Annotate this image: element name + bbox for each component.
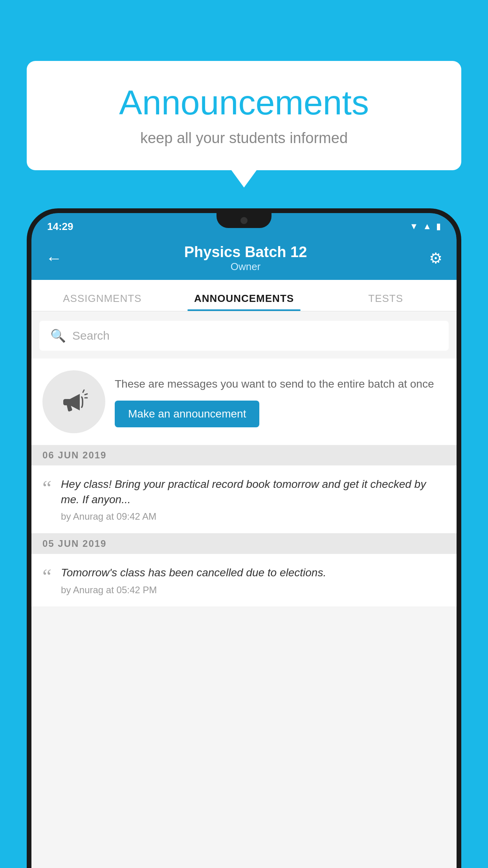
speech-bubble-container: Announcements keep all your students inf… <box>27 61 461 170</box>
header-title: Physics Batch 12 <box>184 244 307 261</box>
tab-announcements[interactable]: ANNOUNCEMENTS <box>173 292 315 311</box>
phone-frame: 14:29 ▼ ▲ ▮ ← Physics Batch 12 Owner ⚙ A… <box>27 208 461 868</box>
quote-icon-2: “ <box>42 566 51 587</box>
announce-meta-2: by Anurag at 05:42 PM <box>61 585 446 596</box>
tab-assignments[interactable]: ASSIGNMENTS <box>31 292 173 311</box>
megaphone-icon <box>58 386 90 417</box>
tab-tests[interactable]: TESTS <box>315 292 457 311</box>
phone-screen: 14:29 ▼ ▲ ▮ ← Physics Batch 12 Owner ⚙ A… <box>31 213 457 868</box>
notch <box>216 213 272 228</box>
header-subtitle: Owner <box>184 261 307 273</box>
search-bar[interactable]: 🔍 Search <box>39 321 449 351</box>
header-center: Physics Batch 12 Owner <box>184 244 307 273</box>
svg-line-1 <box>85 394 87 395</box>
announce-content-2: Tomorrow's class has been cancelled due … <box>61 565 446 595</box>
announcement-item-2[interactable]: “ Tomorrow's class has been cancelled du… <box>31 554 457 607</box>
date-separator-1: 06 JUN 2019 <box>31 445 457 465</box>
announce-text-2: Tomorrow's class has been cancelled due … <box>61 565 446 580</box>
make-announcement-button[interactable]: Make an announcement <box>115 401 259 427</box>
announce-content-1: Hey class! Bring your practical record b… <box>61 476 446 522</box>
announce-description: These are messages you want to send to t… <box>115 376 446 392</box>
announcement-item-1[interactable]: “ Hey class! Bring your practical record… <box>31 465 457 533</box>
app-header: ← Physics Batch 12 Owner ⚙ <box>31 237 457 280</box>
status-time: 14:29 <box>47 221 73 233</box>
back-button[interactable]: ← <box>46 249 62 268</box>
announce-meta-1: by Anurag at 09:42 AM <box>61 511 446 522</box>
phone-inner: 14:29 ▼ ▲ ▮ ← Physics Batch 12 Owner ⚙ A… <box>31 213 457 868</box>
announce-icon-circle <box>42 370 105 433</box>
signal-icon: ▲ <box>423 221 431 232</box>
bubble-subtitle: keep all your students informed <box>50 130 438 147</box>
status-icons: ▼ ▲ ▮ <box>409 221 441 232</box>
tabs-container: ASSIGNMENTS ANNOUNCEMENTS TESTS <box>31 280 457 311</box>
screen-body: 🔍 Search These <box>31 311 457 868</box>
announce-right: These are messages you want to send to t… <box>115 376 446 427</box>
quote-icon-1: “ <box>42 478 51 498</box>
search-icon: 🔍 <box>50 328 66 343</box>
announce-text-1: Hey class! Bring your practical record b… <box>61 476 446 507</box>
camera-dot <box>240 217 248 224</box>
announce-promo: These are messages you want to send to t… <box>31 359 457 445</box>
battery-icon: ▮ <box>436 221 441 232</box>
date-separator-2: 05 JUN 2019 <box>31 533 457 554</box>
bubble-title: Announcements <box>50 83 438 123</box>
settings-button[interactable]: ⚙ <box>429 250 442 267</box>
speech-bubble: Announcements keep all your students inf… <box>27 61 461 170</box>
search-placeholder: Search <box>72 329 110 342</box>
svg-line-0 <box>83 390 84 392</box>
wifi-icon: ▼ <box>409 221 418 232</box>
